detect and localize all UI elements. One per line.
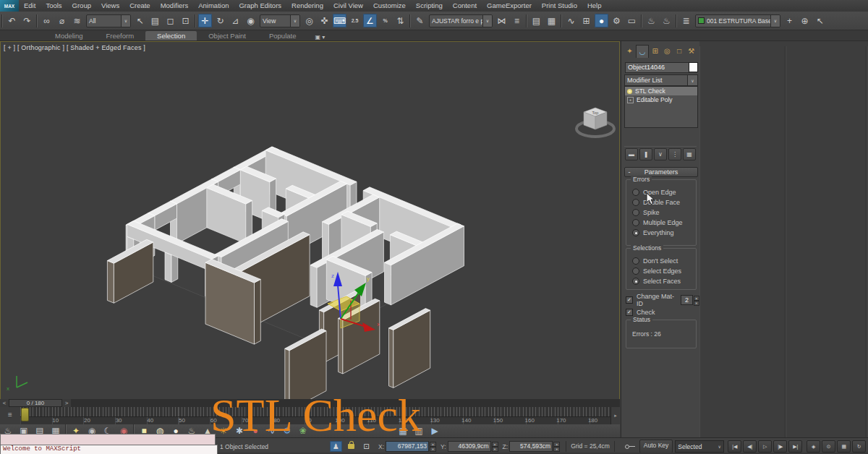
go-to-start-button[interactable]: |◀	[728, 440, 741, 453]
select-object-icon[interactable]: ↖	[133, 14, 147, 27]
viewport-scene[interactable]: Top z y x x	[1, 42, 619, 399]
viewport-layout-icon[interactable]: ↻	[852, 440, 866, 453]
radio-select-edges[interactable]: Select Edges	[632, 266, 696, 276]
maxscript-listener[interactable]: Welcome to MAXScript	[0, 445, 218, 454]
radio-double-face[interactable]: Double Face	[632, 197, 696, 207]
display-tab[interactable]: □	[673, 45, 686, 57]
bind-to-spacewarp-icon[interactable]: ≋	[70, 14, 84, 27]
z-spinner[interactable]: ▲▼	[553, 442, 560, 451]
menu-item-print-studio[interactable]: Print Studio	[537, 0, 582, 12]
menu-item-gameexporter[interactable]: GameExporter	[482, 0, 537, 12]
remove-modifier-button[interactable]: ⋮	[668, 148, 681, 160]
keyboard-override-icon[interactable]: ⌨	[333, 14, 346, 27]
radio-don-t-select[interactable]: Don't Select	[632, 256, 696, 266]
object-color-swatch[interactable]	[689, 62, 698, 72]
use-pivot-center-icon[interactable]: ◎	[302, 14, 316, 27]
percent-snap-icon[interactable]: %	[378, 14, 392, 27]
menu-item-civil-view[interactable]: Civil View	[328, 0, 368, 12]
menu-item-modifiers[interactable]: Modifiers	[156, 0, 194, 12]
ribbon-tab-object-paint[interactable]: Object Paint	[197, 31, 258, 40]
spinner-snap-icon[interactable]: ⇅	[393, 14, 407, 27]
menu-item-animation[interactable]: Animation	[193, 0, 234, 12]
ribbon-config-icon[interactable]: ▣ ▾	[315, 34, 325, 40]
render-setup-icon[interactable]: ⚙	[610, 14, 624, 27]
isolate-selection-toggle[interactable]: ♟	[330, 441, 342, 452]
next-frame-button[interactable]: |▶	[773, 440, 787, 453]
change-mat-id-checkbox[interactable]: ✓	[626, 296, 633, 304]
selection-filter-dropdown[interactable]: All∨	[86, 14, 131, 27]
named-selection-sets-dropdown[interactable]: AJUSTAR forro e pa∨	[429, 14, 493, 27]
go-to-end-button[interactable]: ▶|	[788, 440, 802, 453]
select-and-move-icon[interactable]: ✛	[198, 14, 212, 27]
undo-icon[interactable]: ↶	[5, 14, 19, 27]
configure-modifier-sets-button[interactable]: ▦	[683, 148, 696, 160]
menu-item-views[interactable]: Views	[96, 0, 124, 12]
show-end-result-button[interactable]: ❚	[639, 148, 652, 160]
curve-editor-icon[interactable]: ∿	[564, 14, 578, 27]
previous-frame-button[interactable]: ◀|	[743, 440, 757, 453]
snap-toggle-icon[interactable]: 2.5	[348, 14, 362, 27]
key-mode-toggle-icon[interactable]: ◈	[807, 440, 820, 453]
modifier-list-dropdown[interactable]: Modifier List ∨	[624, 74, 698, 86]
mini-curve-editor-icon[interactable]: ▦	[837, 440, 851, 453]
modifier-enabled-icon[interactable]	[627, 89, 632, 94]
utilities-tab[interactable]: ⚒	[685, 45, 697, 57]
ribbon-tab-modeling[interactable]: Modeling	[43, 31, 95, 40]
select-and-place-icon[interactable]: ◉	[244, 14, 258, 27]
material-editor-icon[interactable]: ●	[595, 14, 608, 27]
make-unique-button[interactable]: ∨	[654, 148, 667, 160]
pin-stack-button[interactable]: ▬	[625, 148, 638, 160]
add-selection-to-layer-icon[interactable]: ⊕	[798, 14, 812, 27]
menu-item-content[interactable]: Content	[448, 0, 482, 12]
create-new-layer-icon[interactable]: +	[783, 14, 796, 27]
mat-id-value-field[interactable]: 2	[681, 295, 692, 305]
create-tab[interactable]: ✦	[624, 45, 636, 57]
stack-item-editable-poly[interactable]: + Editable Poly	[625, 95, 697, 104]
viewport[interactable]: Top z y x x [ + ] [ Orthographic ] [ Sha…	[0, 41, 620, 400]
stack-item-stl-check[interactable]: STL Check	[625, 87, 697, 95]
menu-item-rendering[interactable]: Rendering	[286, 0, 328, 12]
x-coord-field[interactable]: 67987,153	[386, 441, 429, 452]
unlink-selection-icon[interactable]: ⌀	[55, 14, 69, 27]
y-spinner[interactable]: ▲▼	[492, 442, 498, 451]
redo-icon[interactable]: ↷	[20, 14, 34, 27]
select-and-rotate-icon[interactable]: ↻	[213, 14, 227, 27]
trackbar-end-button[interactable]: ▸	[610, 407, 620, 424]
layer-manager-icon[interactable]: ≣	[679, 14, 693, 27]
ribbon-tab-populate[interactable]: Populate	[258, 31, 308, 40]
align-icon[interactable]: ≡	[510, 14, 524, 27]
current-frame-display[interactable]: 0 / 180	[9, 399, 62, 407]
angle-snap-icon[interactable]: ∠	[363, 14, 377, 27]
next-frame-button[interactable]: >	[62, 399, 71, 407]
select-by-name-icon[interactable]: ▤	[148, 14, 162, 27]
x-spinner[interactable]: ▲▼	[430, 442, 436, 451]
layer-explorer-icon[interactable]: ▦	[545, 14, 558, 27]
modify-tab[interactable]: ◡	[636, 45, 650, 58]
auto-key-button[interactable]: Auto Key	[639, 440, 673, 453]
menu-item-scripting[interactable]: Scripting	[411, 0, 448, 12]
mat-id-spinner[interactable]: ▲▼	[694, 296, 699, 304]
menu-item-graph-editors[interactable]: Graph Editors	[234, 0, 286, 12]
ribbon-tab-freeform[interactable]: Freeform	[95, 31, 146, 40]
radio-multiple-edge[interactable]: Multiple Edge	[632, 218, 696, 228]
absolute-mode-toggle[interactable]: ⊡	[360, 441, 373, 452]
time-slider-handle[interactable]	[21, 408, 29, 421]
max-logo[interactable]: MAX	[0, 0, 19, 12]
radio-everything[interactable]: Everything	[632, 228, 696, 238]
prev-frame-button[interactable]: <	[0, 399, 9, 407]
menu-item-tools[interactable]: Tools	[41, 0, 67, 12]
scene-explorer-icon[interactable]: ▤	[529, 14, 543, 27]
z-coord-field[interactable]: 574,593cm	[509, 441, 553, 452]
select-and-scale-icon[interactable]: ⊿	[229, 14, 242, 27]
motion-tab[interactable]: ◎	[661, 45, 673, 57]
radio-open-edge[interactable]: Open Edge	[632, 187, 696, 197]
play-button[interactable]: ▷	[758, 440, 772, 453]
reference-coordinate-dropdown[interactable]: View∨	[260, 14, 300, 27]
selection-set-dropdown[interactable]: Selected ∨	[675, 440, 724, 453]
modifier-stack[interactable]: STL Check + Editable Poly	[624, 86, 698, 128]
expand-icon[interactable]: +	[627, 97, 634, 103]
render-iterative-icon[interactable]: ♨	[660, 14, 673, 27]
check-checkbox[interactable]: ✓	[626, 309, 633, 316]
ribbon-tab-selection[interactable]: Selection	[145, 31, 197, 40]
selection-lock-toggle[interactable]	[345, 441, 357, 452]
